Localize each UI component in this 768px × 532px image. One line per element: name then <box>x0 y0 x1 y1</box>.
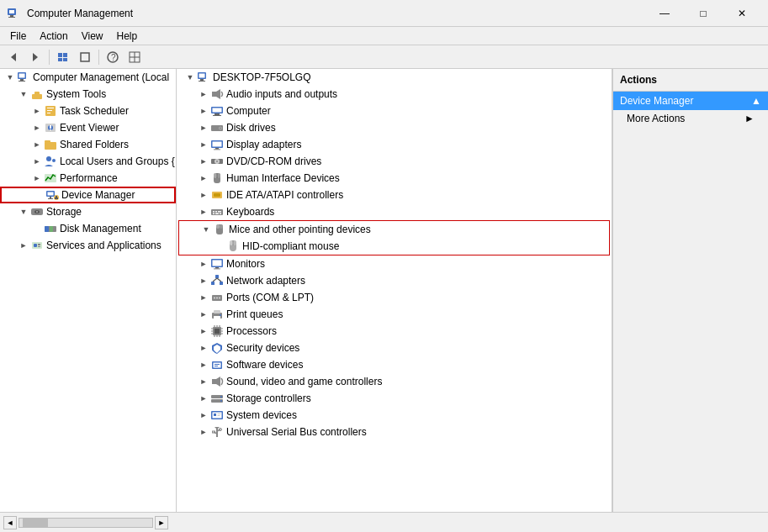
device-ports[interactable]: ► Ports (COM & LPT) <box>177 289 612 306</box>
tree-item-local-users[interactable]: ► Local Users and Groups { <box>0 153 176 170</box>
tree-item-task-sched[interactable]: ► Task Scheduler <box>0 103 176 119</box>
svg-rect-7 <box>63 53 67 57</box>
device-audio[interactable]: ► Audio inputs and outputs <box>177 86 612 103</box>
svg-rect-68 <box>214 150 220 150</box>
svg-rect-49 <box>34 244 37 247</box>
maximize-button[interactable]: □ <box>684 0 723 27</box>
menu-help[interactable]: Help <box>110 29 145 44</box>
arrow-comp-mgmt: ▼ <box>3 73 17 82</box>
tree-item-storage[interactable]: ▼ Storage <box>0 203 176 220</box>
scroll-left-button[interactable]: ◄ <box>3 516 17 529</box>
svg-point-64 <box>220 128 221 129</box>
menu-file[interactable]: File <box>3 29 33 44</box>
device-disk-drives[interactable]: ► Disk drives <box>177 119 612 136</box>
device-network[interactable]: ► Network adapters <box>177 272 612 289</box>
actions-header: Actions <box>613 69 768 92</box>
more-actions-item[interactable]: More Actions ► <box>613 110 768 127</box>
tree-item-comp-mgmt[interactable]: ▼ Computer Management (Local <box>0 69 176 86</box>
device-usb[interactable]: ► Universal Serial Bus controllers <box>177 424 612 440</box>
device-mice[interactable]: ▼ Mice and other pointing devices <box>179 221 609 238</box>
ide-icon <box>210 188 224 202</box>
tree-item-event-viewer[interactable]: ► Event Viewer <box>0 119 176 136</box>
more-actions-label: More Actions <box>627 113 685 124</box>
device-monitors[interactable]: ► Monitors <box>177 255 612 272</box>
arrow-display: ► <box>197 140 210 149</box>
tree-item-shared-folders[interactable]: ► Shared Folders <box>0 136 176 153</box>
shared-folders-icon <box>44 138 57 151</box>
up-button[interactable] <box>53 48 73 66</box>
window-controls: — □ ✕ <box>645 0 761 27</box>
tree-item-svc-apps[interactable]: ► Services and Applications <box>0 237 176 254</box>
device-root[interactable]: ▼ DESKTOP-7F5OLGQ <box>177 69 612 86</box>
arrow-computer: ► <box>197 107 210 115</box>
tree-item-sys-tools[interactable]: ▼ System Tools <box>0 86 176 103</box>
svg-rect-6 <box>58 53 62 57</box>
arrow-local-users: ► <box>30 157 44 166</box>
tree-item-performance[interactable]: ► Performance <box>0 170 176 187</box>
device-hid[interactable]: ► Human Interface Devices <box>177 170 612 187</box>
forward-button[interactable] <box>25 48 45 66</box>
device-keyboards[interactable]: ► Keyboards <box>177 203 612 220</box>
back-button[interactable] <box>3 48 24 66</box>
arrow-mice: ▼ <box>199 225 213 234</box>
svg-rect-28 <box>50 125 51 129</box>
scroll-right-button[interactable]: ► <box>155 516 168 529</box>
help-button[interactable]: ? <box>103 48 123 66</box>
menu-view[interactable]: View <box>75 29 110 44</box>
dvd-label: DVD/CD-ROM drives <box>226 155 321 167</box>
device-ide[interactable]: ► IDE ATA/ATAPI controllers <box>177 187 612 203</box>
svg-line-100 <box>213 278 217 282</box>
svg-rect-53 <box>199 74 205 78</box>
svg-rect-2 <box>10 15 13 17</box>
toolbar: ? <box>0 45 768 69</box>
action-section-title-label: Device Manager <box>620 95 693 107</box>
svg-rect-24 <box>47 110 52 111</box>
device-security[interactable]: ► Security devices <box>177 340 612 356</box>
storage-sm-icon <box>210 392 224 405</box>
minimize-button[interactable]: — <box>645 0 684 27</box>
svg-rect-127 <box>215 366 218 366</box>
svg-rect-29 <box>50 129 51 130</box>
svg-rect-8 <box>58 58 62 61</box>
left-pane: ▼ Computer Management (Local ▼ System <box>0 69 177 512</box>
device-display[interactable]: ► Display adapters <box>177 136 612 153</box>
local-users-icon <box>44 155 57 168</box>
audio-label: Audio inputs and outputs <box>226 88 337 100</box>
scroll-track[interactable] <box>19 518 153 528</box>
svg-marker-4 <box>11 53 16 61</box>
device-processors[interactable]: ► Proces <box>177 323 612 340</box>
svg-rect-95 <box>215 267 219 269</box>
hid-mouse-label: HID-compliant mouse <box>242 240 339 252</box>
tree-item-device-manager[interactable]: Device Manager <box>0 187 176 203</box>
comp-mgmt-label: Computer Management (Local <box>33 71 169 83</box>
svg-rect-73 <box>214 173 217 178</box>
close-button[interactable]: ✕ <box>723 0 761 27</box>
device-computer[interactable]: ► Computer <box>177 103 612 119</box>
show-hide-button[interactable] <box>75 48 95 66</box>
device-software[interactable]: ► Software devices <box>177 356 612 373</box>
action-section-device-manager[interactable]: Device Manager ▲ <box>613 92 768 110</box>
device-print-q[interactable]: ► Print queues <box>177 306 612 323</box>
local-users-label: Local Users and Groups { <box>60 155 175 167</box>
svg-rect-61 <box>213 115 221 116</box>
menu-action[interactable]: Action <box>33 29 74 44</box>
svg-rect-31 <box>45 140 50 143</box>
software-label: Software devices <box>226 359 303 371</box>
system-icon <box>210 408 224 422</box>
disk-mgmt-icon <box>44 222 57 235</box>
svg-rect-60 <box>215 113 220 115</box>
svg-rect-138 <box>218 415 220 416</box>
device-sound[interactable]: ► Sound, video and game controllers <box>177 373 612 390</box>
svg-rect-84 <box>220 211 221 213</box>
device-storage-ctrl[interactable]: ► Storage controllers <box>177 390 612 407</box>
svg-marker-129 <box>216 377 220 387</box>
device-manager-label: Device Manager <box>61 189 135 201</box>
arrow-hid: ► <box>197 174 210 182</box>
view-button[interactable] <box>124 48 145 66</box>
storage-icon <box>30 205 44 219</box>
device-hid-mouse[interactable]: HID-compliant mouse <box>179 238 609 255</box>
device-system[interactable]: ► System devices <box>177 407 612 424</box>
tree-item-disk-mgmt[interactable]: Disk Management <box>0 220 176 237</box>
svg-rect-88 <box>220 224 223 229</box>
device-dvd[interactable]: ► DVD/CD-ROM drives <box>177 153 612 170</box>
